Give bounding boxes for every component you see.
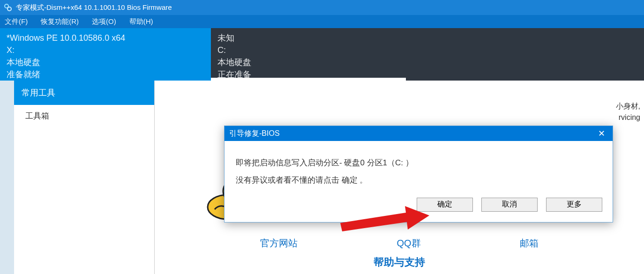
os2-drive: C: [217,44,637,56]
sidebar-item-toolbox[interactable]: 工具箱 [14,105,154,127]
boot-repair-dialog: 引导修复-BIOS ✕ 即将把启动信息写入启动分区- 硬盘0 分区1（C: ） … [224,126,613,222]
app-icon [4,3,12,12]
link-qq-group[interactable]: QQ群 [397,237,420,250]
ok-button[interactable]: 确定 [417,198,473,212]
menubar: 文件(F) 恢复功能(R) 选项(O) 帮助(H) [0,15,644,28]
svg-point-1 [7,7,11,11]
menu-recovery[interactable]: 恢复功能(R) [41,17,79,26]
menu-file[interactable]: 文件(F) [5,17,28,26]
menu-help[interactable]: 帮助(H) [129,17,153,26]
left-margin [0,81,14,274]
os-disk-type: 本地硬盘 [7,56,204,68]
os-status: 准备就绪 [7,68,204,81]
titlebar: 专家模式-Dism++x64 10.1.1001.10 Bios Firmwar… [0,0,644,15]
os-info-left[interactable]: *Windows PE 10.0.10586.0 x64 X: 本地硬盘 准备就… [0,28,211,81]
os-name: *Windows PE 10.0.10586.0 x64 [7,32,204,44]
help-section-title: 帮助与支持 [155,251,644,274]
dialog-titlebar: 引导修复-BIOS ✕ [225,126,613,141]
dialog-body: 即将把启动信息写入启动分区- 硬盘0 分区1（C: ） 没有异议或者看不懂的请点… [225,141,613,198]
os-info-right[interactable]: 未知 C: 本地硬盘 正在准备 [211,28,644,81]
dialog-buttons: 确定 取消 更多 [225,198,613,222]
window-title: 专家模式-Dism++x64 10.1.1001.10 Bios Firmwar… [16,3,172,12]
dialog-line1: 即将把启动信息写入启动分区- 硬盘0 分区1（C: ） [236,154,601,171]
sidebar: 常用工具 工具箱 [14,81,155,274]
menu-options[interactable]: 选项(O) [92,17,116,26]
links-row: 官方网站 QQ群 邮箱 [155,237,644,250]
os-drive: X: [7,44,204,56]
right-blurb: 小身材, rvicing [616,101,640,123]
dialog-line2: 没有异议或者看不懂的请点击 确定 。 [236,171,601,189]
sidebar-header: 常用工具 [14,81,154,105]
os2-name: 未知 [217,32,637,44]
dialog-title-text: 引导修复-BIOS [229,129,280,139]
more-button[interactable]: 更多 [546,198,602,212]
cancel-button[interactable]: 取消 [481,198,538,212]
blurb-line2: rvicing [616,112,640,123]
os-info-row: *Windows PE 10.0.10586.0 x64 X: 本地硬盘 准备就… [0,28,644,81]
os2-disk-type: 本地硬盘 [217,56,637,68]
close-icon[interactable]: ✕ [595,127,608,140]
link-official-site[interactable]: 官方网站 [260,237,298,250]
link-mail[interactable]: 邮箱 [520,237,539,250]
blurb-line1: 小身材, [616,101,640,112]
